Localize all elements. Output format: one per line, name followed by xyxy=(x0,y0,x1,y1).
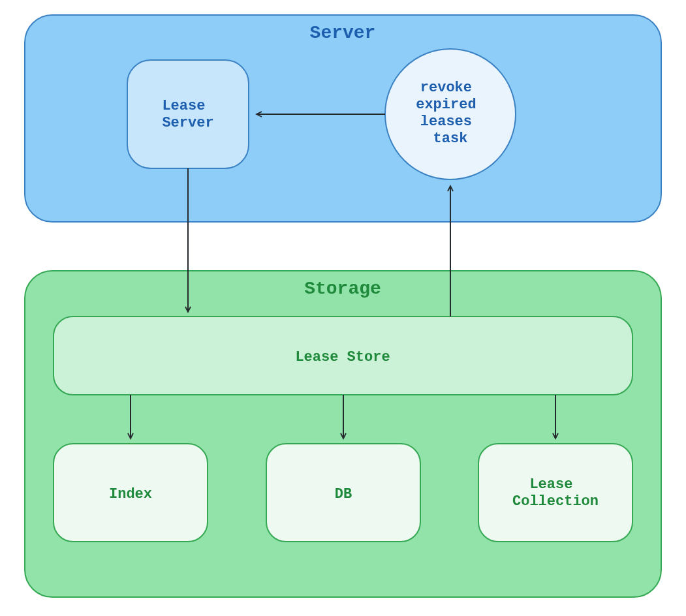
lease-collection-label-l2: Collection xyxy=(512,493,599,510)
lease-server-node: Lease Server xyxy=(127,60,249,168)
revoke-task-node: revoke expired leases task xyxy=(385,49,516,179)
index-label: Index xyxy=(109,486,152,502)
architecture-diagram: Server Lease Server revoke expired lease… xyxy=(0,0,686,616)
lease-server-label-l1: Lease xyxy=(162,98,205,114)
svg-rect-1 xyxy=(127,60,249,168)
lease-collection-node: Lease Collection xyxy=(478,444,632,542)
revoke-task-label-l1: revoke xyxy=(420,80,472,96)
revoke-task-label-l4: task xyxy=(433,131,468,147)
lease-store-label: Lease Store xyxy=(295,349,390,365)
server-group: Server Lease Server revoke expired lease… xyxy=(25,15,661,222)
svg-rect-9 xyxy=(478,444,632,542)
db-node: DB xyxy=(266,444,420,542)
db-label: DB xyxy=(335,486,352,502)
svg-rect-0 xyxy=(25,15,661,222)
index-node: Index xyxy=(54,444,208,542)
storage-group-title: Storage xyxy=(304,279,381,299)
revoke-task-label-l2: expired xyxy=(416,97,476,113)
server-group-title: Server xyxy=(310,23,376,43)
lease-store-node: Lease Store xyxy=(54,316,632,395)
lease-collection-label-l1: Lease xyxy=(529,476,572,493)
lease-server-label-l2: Server xyxy=(162,115,213,131)
revoke-task-label-l3: leases xyxy=(420,114,472,130)
svg-text:Lease
        Server: Lease Server xyxy=(162,98,213,131)
